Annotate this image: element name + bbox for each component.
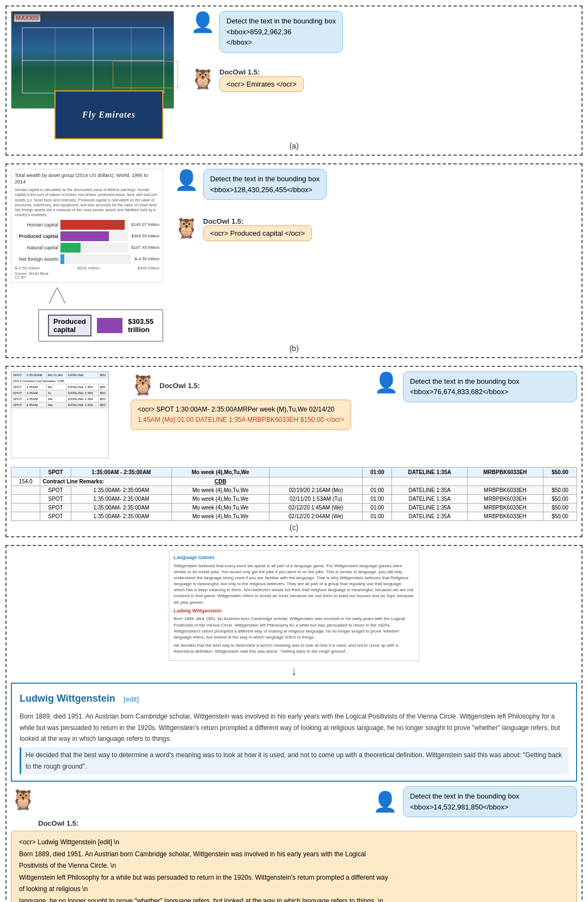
- td-code2: MRBPBK6033EH: [467, 494, 543, 503]
- td-spot1: SPOT: [40, 486, 71, 494]
- section-label-a: (a): [11, 142, 577, 150]
- td-dl1: DATELINE 1:35A: [392, 486, 467, 494]
- bar-row-human: Human capital $140.07 trillion: [15, 220, 160, 230]
- user-bubble-a: Detect the text in the bounding box <bbo…: [219, 11, 343, 53]
- user-row-a: 👤 Detect the text in the bounding box <b…: [191, 11, 343, 53]
- table-thumb-c: SPOT 1:35:00AM Mo,Tu,We DATELINE $50 154…: [11, 371, 120, 458]
- section-c-top: SPOT 1:35:00AM Mo,Tu,We DATELINE $50 154…: [11, 371, 577, 458]
- td-time2: 1:35:00AM- 2:35:00AM: [71, 494, 171, 503]
- th-week: Mo week (4),Mo,Tu,We: [171, 467, 270, 477]
- ocr-text-c2: 1:45AM (Mo) 01:00 DATELINE 1:35A MRBPBK6…: [138, 416, 344, 424]
- zoom-area-b: Produced capital $303.55 trillion: [22, 287, 163, 342]
- bar-value-natural: $107.45 trillion: [131, 245, 160, 250]
- wiki-mini-body2: Born 1889, died 1951. An Austrian born C…: [174, 616, 414, 640]
- th-duration: 01:00: [363, 467, 392, 477]
- th-price: $50.00: [543, 467, 577, 477]
- td-spot2: SPOT: [40, 494, 71, 503]
- th-date: [270, 467, 363, 477]
- owl-response-b: 🦉 DocOwl 1.5: <ocr> Produced capital </o…: [174, 215, 312, 241]
- bar-fill-natural: [60, 243, 81, 253]
- svg-line-9: [49, 287, 57, 304]
- wiki-mini-title2: Ludwig Wittgenstein: [174, 608, 414, 615]
- owl-response-c: 🦉 DocOwl 1.5:: [131, 373, 200, 396]
- ocr-text-d-main: <ocr> Ludwig Wittgenstein [edit] \n Born…: [19, 838, 388, 902]
- owl-response-a: 🦉 DocOwl 1.5: <ocr> Emirates </ocr>: [191, 66, 304, 92]
- owl-bubble-b: <ocr> Produced capital </ocr>: [203, 225, 312, 241]
- table-row: SPOT 1:35:00AM- 2:35:00AM Mo week (4),Mo…: [11, 512, 577, 520]
- user-avatar-c: 👤: [374, 371, 399, 394]
- bar-track-human: [60, 220, 128, 230]
- section-a-content: MAXXIS: [11, 11, 577, 139]
- zoomed-box-b: Produced capital $303.55 trillion: [38, 309, 163, 342]
- section-label-b: (b): [11, 344, 577, 353]
- docowl-label-c: DocOwl 1.5:: [160, 382, 200, 390]
- ocr-result-d: <ocr> Ludwig Wittgenstein [edit] \n Born…: [11, 831, 577, 902]
- ocr-text-c1: <ocr> SPOT 1:30:00AM- 2:35:00AMRPer week…: [138, 406, 334, 413]
- td-dur1: 01:00: [363, 486, 392, 494]
- chart-title-b: Total wealth by asset group (2014 US dol…: [15, 173, 160, 185]
- section-a: MAXXIS: [5, 5, 583, 156]
- user-area-c: 👤 Detect the text in the bounding box <b…: [374, 371, 577, 402]
- chart-axis: $-4.50 trillion $200 trillion $400 trill…: [15, 266, 160, 271]
- bar-value-produced: $303.55 trillion: [131, 234, 160, 238]
- ocr-result-c: <ocr> SPOT 1:30:00AM- 2:35:00AMRPer week…: [131, 400, 351, 430]
- th-time: 1:35:00AM - 2:35:00AM: [71, 467, 171, 477]
- section-label-c: (c): [11, 523, 577, 532]
- table-row: SPOT 1:35:00AM- 2:35:00AM Mo week (4),Mo…: [11, 494, 577, 503]
- bar-track-produced: [60, 231, 128, 241]
- svg-line-10: [57, 287, 65, 304]
- user-row-b: 👤 Detect the text in the bounding box <b…: [174, 169, 327, 200]
- td-empty: [11, 503, 40, 512]
- wiki-mini-body3: He decided that the best way to determin…: [174, 642, 414, 654]
- wiki-full-title: Ludwig Wittgenstein [edit]: [20, 690, 568, 707]
- td-dur4: 01:00: [363, 512, 392, 520]
- docowl-label-a: DocOwl 1.5:: [219, 68, 304, 76]
- td-time4: 1:35:00AM- 2:35:00AM: [71, 512, 171, 520]
- td-empty5: [543, 477, 577, 486]
- td-remarks: Contract Line Remarks:: [40, 477, 171, 486]
- table-row: 154.0 Contract Line Remarks: CDB: [11, 477, 577, 486]
- td-code4: MRBPBK6033EH: [467, 512, 543, 520]
- chat-right-a: 👤 Detect the text in the bounding box <b…: [191, 11, 577, 92]
- bar-fill-produced: [60, 231, 109, 241]
- user-bubble-c: Detect the text in the bounding box <bbo…: [403, 371, 577, 402]
- user-row-c: 👤 Detect the text in the bounding box <b…: [374, 371, 577, 402]
- chat-right-b: 👤 Detect the text in the bounding box <b…: [174, 169, 577, 241]
- section-b: Total wealth by asset group (2014 US dol…: [5, 163, 583, 358]
- th-code: MRBPBK6033EH: [467, 467, 543, 477]
- user-avatar-b: 👤: [174, 169, 199, 192]
- table-row: SPOT 1:35:00AM- 2:35:00AM Mo week (4),Mo…: [11, 486, 577, 494]
- td-date2: 02/11/20 1:53AM (Tu): [270, 494, 363, 503]
- user-bubble-b: Detect the text in the bounding box <bbo…: [203, 169, 327, 200]
- owl-header-d: 👤 Detect the text in the bounding box <b…: [41, 786, 577, 817]
- emirates-image: Fly Emirates: [54, 90, 163, 139]
- td-price2: $50.00: [543, 494, 577, 503]
- owl-area-d: 👤 Detect the text in the bounding box <b…: [41, 786, 577, 817]
- owl-area-c: 🦉 DocOwl 1.5: <ocr> SPOT 1:30:00AM- 2:35…: [125, 371, 369, 430]
- docowl-label-b: DocOwl 1.5:: [203, 217, 312, 225]
- td-date4: 02/12/20 2:04AM (We): [270, 512, 363, 520]
- zoom-value-b: $303.55 trillion: [128, 317, 154, 334]
- td-week2: Mo week (4),Mo,Tu,We: [171, 494, 270, 503]
- bar-track-netforeign: [60, 254, 131, 264]
- td-dur2: 01:00: [363, 494, 392, 503]
- chart-license: CC BY: [15, 275, 160, 279]
- user-bubble-d: Detect the text in the bounding box <bbo…: [403, 786, 577, 817]
- table-row: SPOT 1:35:00AM- 2:35:00AM Mo week (4),Mo…: [11, 503, 577, 512]
- zoom-bar-b: [97, 318, 122, 333]
- bar-row-natural: Natural capital $107.45 trillion: [15, 243, 160, 253]
- user-avatar-a: 👤: [191, 11, 215, 34]
- bar-chart: Total wealth by asset group (2014 US dol…: [11, 169, 163, 283]
- td-num: 154.0: [11, 477, 40, 486]
- td-week3: Mo week (4),Mo,Tu,We: [171, 503, 270, 512]
- td-spot3: SPOT: [40, 503, 71, 512]
- wiki-edit-link[interactable]: [edit]: [124, 695, 139, 703]
- user-avatar-d: 👤: [373, 790, 397, 813]
- th-1: [11, 467, 40, 477]
- bar-value-human: $140.07 trillion: [131, 222, 160, 227]
- section-c: SPOT 1:35:00AM Mo,Tu,We DATELINE $50 154…: [5, 366, 583, 537]
- bar-row-netforeign: Net foreign assets $-4.50 trillion: [15, 254, 160, 264]
- td-date1: 02/19/20 2:16AM (Mo): [270, 486, 363, 494]
- table-thumbnail: SPOT 1:35:00AM Mo,Tu,We DATELINE $50 154…: [11, 371, 109, 458]
- bar-row-produced: Produced capital $303.55 trillion: [15, 231, 160, 241]
